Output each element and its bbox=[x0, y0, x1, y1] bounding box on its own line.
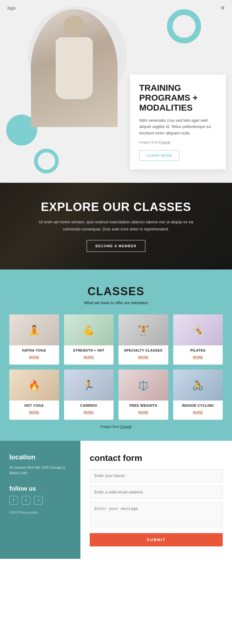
class-image-5 bbox=[64, 370, 114, 401]
class-card-hot-yoga: HOT YOGA MORE bbox=[9, 370, 59, 420]
location-title: location bbox=[9, 453, 71, 461]
explore-description: Ut enim ad minim veniam, quis nostrud ex… bbox=[39, 219, 193, 232]
class-name-1: STRENGTH + HIIT bbox=[64, 348, 114, 352]
explore-section: EXPLORE OUR CLASSES Ut enim ad minim ven… bbox=[0, 183, 232, 269]
class-name-3: PILATES bbox=[173, 348, 223, 352]
class-image-4 bbox=[9, 370, 59, 401]
class-more-link-7[interactable]: MORE bbox=[193, 410, 203, 414]
class-card-free-weights: FREE WEIGHTS MORE bbox=[118, 370, 168, 420]
footer: location 28 Jackson Blvd Ste 1020 Chicag… bbox=[0, 441, 232, 559]
header: logo ≡ bbox=[0, 0, 232, 16]
email-input[interactable] bbox=[90, 486, 223, 498]
class-image-7 bbox=[173, 370, 223, 401]
hamburger-menu-icon[interactable]: ≡ bbox=[221, 4, 225, 11]
class-name-4: HOT YOGA bbox=[9, 404, 59, 407]
social-icon-i[interactable]: i bbox=[34, 496, 43, 505]
submit-button[interactable]: SUBMIT bbox=[90, 533, 223, 546]
class-name-7: INDOOR CYCLING bbox=[173, 404, 223, 407]
become-member-button[interactable]: BECOME A MEMBER bbox=[87, 240, 146, 252]
social-icon-f[interactable]: f bbox=[9, 496, 18, 505]
name-input[interactable] bbox=[90, 469, 223, 482]
class-card-strength-+-hiit: STRENGTH + HIIT MORE bbox=[64, 314, 114, 365]
message-textarea[interactable] bbox=[90, 502, 223, 527]
contact-title: contact form bbox=[90, 453, 223, 463]
hero-freepik-note: Images from Freepik bbox=[139, 140, 217, 145]
classes-grid: HATHA YOGA MORE STRENGTH + HIIT MORE SPE… bbox=[9, 314, 223, 420]
class-card-carrdio: CARRDIO MORE bbox=[64, 370, 114, 420]
class-image-1 bbox=[64, 314, 114, 345]
footer-location: location 28 Jackson Blvd Ste 1020 Chicag… bbox=[0, 441, 80, 559]
class-name-2: SPECIALTY CLASSES bbox=[118, 348, 168, 352]
classes-subtitle: What we have to offer our members bbox=[9, 300, 223, 305]
hero-woman-figure bbox=[31, 9, 118, 127]
class-more-link-2[interactable]: MORE bbox=[138, 355, 148, 359]
class-card-indoor-cycling: INDOOR CYCLING MORE bbox=[173, 370, 223, 420]
class-image-2 bbox=[118, 314, 168, 345]
class-more-link-6[interactable]: MORE bbox=[138, 410, 148, 414]
hero-circle-teal-ring-bottom bbox=[34, 149, 59, 173]
class-name-6: FREE WEIGHTS bbox=[118, 404, 168, 407]
classes-section: CLASSES What we have to offer our member… bbox=[0, 269, 232, 441]
explore-title: EXPLORE OUR CLASSES bbox=[41, 200, 191, 214]
social-icon-t[interactable]: t bbox=[22, 496, 30, 505]
learn-more-button[interactable]: LEARN MORE bbox=[139, 150, 179, 161]
social-icons: fti bbox=[9, 496, 71, 505]
class-more-link-4[interactable]: MORE bbox=[29, 410, 39, 414]
class-image-6 bbox=[118, 370, 168, 401]
classes-freepik-credit: Images from Freepik bbox=[9, 425, 223, 428]
hero-card: TRAINING PROGRAMS + MODALITIES Nibh vene… bbox=[130, 74, 226, 169]
follow-title: follow us bbox=[9, 485, 71, 492]
classes-freepik-link[interactable]: Freepik bbox=[120, 425, 132, 428]
logo: logo bbox=[7, 6, 15, 11]
class-image-3 bbox=[173, 314, 223, 345]
hero-woman-image bbox=[31, 9, 118, 127]
class-more-link-1[interactable]: MORE bbox=[84, 355, 94, 359]
class-image-0 bbox=[9, 314, 59, 345]
class-more-link-3[interactable]: MORE bbox=[193, 355, 203, 359]
footer-address: 28 Jackson Blvd Ste 1020 Chicago IL 6060… bbox=[9, 465, 71, 476]
privacy-policy: ©2023 Privacy policy bbox=[9, 511, 71, 514]
class-name-5: CARRDIO bbox=[64, 404, 114, 407]
hero-section: TRAINING PROGRAMS + MODALITIES Nibh vene… bbox=[0, 0, 232, 183]
freepik-link[interactable]: Freepik bbox=[159, 140, 170, 144]
hero-title: TRAINING PROGRAMS + MODALITIES bbox=[139, 83, 217, 113]
class-name-0: HATHA YOGA bbox=[9, 348, 59, 352]
class-more-link-5[interactable]: MORE bbox=[84, 410, 94, 414]
class-card-pilates: PILATES MORE bbox=[173, 314, 223, 365]
classes-title: CLASSES bbox=[9, 285, 223, 298]
contact-form: contact form SUBMIT bbox=[80, 441, 232, 559]
hero-description: Nibh venenatis cras sed felis eget velit… bbox=[139, 117, 217, 137]
class-more-link-0[interactable]: MORE bbox=[29, 355, 39, 359]
class-card-hatha-yoga: HATHA YOGA MORE bbox=[9, 314, 59, 365]
class-card-specialty-classes: SPECIALTY CLASSES MORE bbox=[118, 314, 168, 365]
